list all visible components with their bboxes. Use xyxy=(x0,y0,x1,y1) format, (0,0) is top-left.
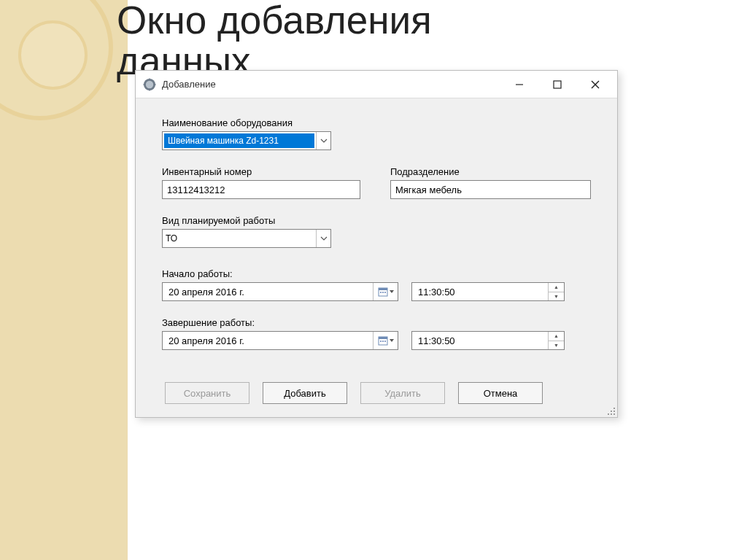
delete-button: Удалить xyxy=(360,382,445,404)
equipment-value: Швейная машинка Zd-1231 xyxy=(164,133,314,148)
svg-rect-5 xyxy=(154,84,156,85)
slide-title-line1: Окно добавления xyxy=(117,0,432,42)
svg-rect-14 xyxy=(384,292,386,293)
add-window: Добавление Наименование оборудования Шве… xyxy=(135,70,618,418)
chevron-down-icon[interactable] xyxy=(316,230,330,247)
end-date-picker[interactable]: 20 апреля 2016 г. xyxy=(162,331,398,350)
time-spinner[interactable]: ▲ ▼ xyxy=(548,283,564,300)
worktype-label: Вид планируемой работы xyxy=(162,215,591,226)
button-bar: Сохранить Добавить Удалить Отмена xyxy=(162,382,591,404)
titlebar[interactable]: Добавление xyxy=(136,71,617,98)
resize-grip[interactable] xyxy=(605,405,615,415)
save-button: Сохранить xyxy=(165,382,249,404)
svg-rect-17 xyxy=(379,337,387,339)
start-label: Начало работы: xyxy=(162,268,591,279)
chevron-down-icon[interactable] xyxy=(316,132,330,149)
client-area: Наименование оборудования Швейная машинк… xyxy=(136,98,617,417)
svg-rect-4 xyxy=(144,84,146,85)
svg-rect-19 xyxy=(382,341,384,342)
close-button[interactable] xyxy=(576,71,614,98)
svg-marker-15 xyxy=(390,290,394,293)
worktype-value: ТО xyxy=(163,233,316,244)
equipment-combo[interactable]: Швейная машинка Zd-1231 xyxy=(162,131,331,150)
maximize-button[interactable] xyxy=(538,71,576,98)
svg-rect-2 xyxy=(149,78,150,80)
svg-rect-13 xyxy=(382,292,384,293)
end-group: Завершение работы: 20 апреля 2016 г. 11:… xyxy=(162,317,591,350)
start-time-value: 11:30:50 xyxy=(418,287,548,298)
inv-dept-row: Инвентарный номер 13112413212 Подразделе… xyxy=(162,166,591,199)
department-value: Мягкая мебель xyxy=(395,184,462,195)
svg-rect-7 xyxy=(554,81,561,88)
end-time-value: 11:30:50 xyxy=(418,335,548,346)
department-label: Подразделение xyxy=(390,166,591,177)
end-time-picker[interactable]: 11:30:50 ▲ ▼ xyxy=(411,331,565,350)
spin-down-icon[interactable]: ▼ xyxy=(549,292,564,301)
department-input[interactable]: Мягкая мебель xyxy=(390,180,591,199)
slide-title: Окно добавления данных xyxy=(117,0,432,81)
svg-marker-21 xyxy=(390,339,394,342)
minimize-button[interactable] xyxy=(500,71,538,98)
start-date-value: 20 апреля 2016 г. xyxy=(169,287,373,298)
spin-up-icon[interactable]: ▲ xyxy=(549,283,564,292)
time-spinner[interactable]: ▲ ▼ xyxy=(548,332,564,349)
svg-rect-11 xyxy=(379,288,387,290)
start-date-picker[interactable]: 20 апреля 2016 г. xyxy=(162,282,398,301)
svg-rect-20 xyxy=(384,341,386,342)
calendar-icon[interactable] xyxy=(373,283,398,300)
spin-down-icon[interactable]: ▼ xyxy=(549,341,564,350)
add-button[interactable]: Добавить xyxy=(263,382,347,404)
equipment-label: Наименование оборудования xyxy=(162,117,591,128)
end-date-value: 20 апреля 2016 г. xyxy=(169,335,373,346)
spin-up-icon[interactable]: ▲ xyxy=(549,332,564,341)
svg-rect-12 xyxy=(380,292,382,293)
worktype-group: Вид планируемой работы ТО xyxy=(162,215,591,248)
inventory-value: 13112413212 xyxy=(167,184,225,195)
svg-rect-3 xyxy=(149,88,150,90)
window-title: Добавление xyxy=(162,79,216,90)
inventory-label: Инвентарный номер xyxy=(162,166,363,177)
decorative-circle xyxy=(18,20,88,90)
app-icon xyxy=(143,78,156,91)
calendar-icon[interactable] xyxy=(373,332,398,349)
cancel-button[interactable]: Отмена xyxy=(458,382,543,404)
inventory-input[interactable]: 13112413212 xyxy=(162,180,360,199)
end-label: Завершение работы: xyxy=(162,317,591,328)
start-time-picker[interactable]: 11:30:50 ▲ ▼ xyxy=(411,282,565,301)
svg-rect-18 xyxy=(380,341,382,342)
svg-point-1 xyxy=(146,80,153,88)
worktype-combo[interactable]: ТО xyxy=(162,229,331,248)
equipment-group: Наименование оборудования Швейная машинк… xyxy=(162,117,591,150)
start-group: Начало работы: 20 апреля 2016 г. 11:30:5… xyxy=(162,268,591,301)
